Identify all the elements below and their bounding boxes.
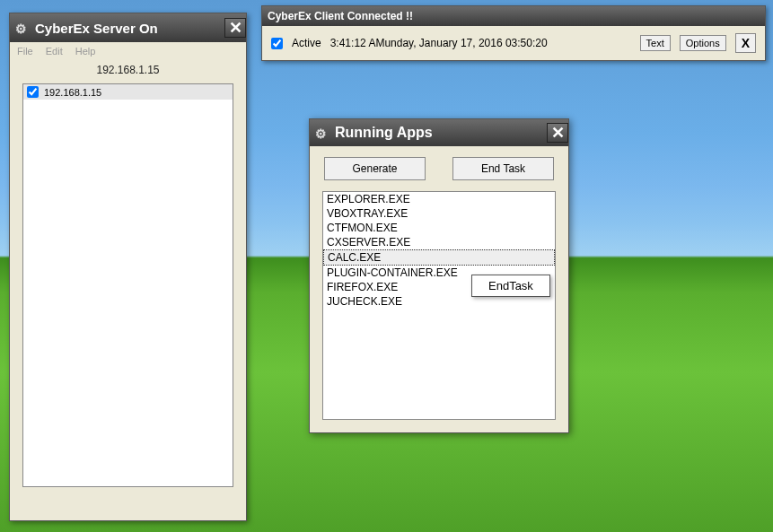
client-close-button[interactable]: X	[735, 33, 756, 53]
options-button[interactable]: Options	[680, 35, 726, 51]
server-title: CyberEx Server On	[35, 21, 158, 36]
client-time: 3:41:12 AMunday, January 17, 2016 03:50:…	[330, 37, 548, 49]
active-label: Active	[292, 37, 321, 49]
process-item[interactable]: EXPLORER.EXE	[323, 192, 555, 206]
process-item[interactable]: CTFMON.EXE	[323, 221, 555, 235]
client-title: CyberEx Client Connected !!	[268, 10, 413, 22]
client-listbox[interactable]: 192.168.1.15	[22, 83, 233, 487]
client-checkbox[interactable]	[27, 86, 39, 98]
apps-titlebar[interactable]: Running Apps ✕	[310, 119, 568, 146]
active-checkbox[interactable]	[271, 38, 283, 49]
client-row[interactable]: 192.168.1.15	[23, 84, 233, 100]
close-icon[interactable]: ✕	[224, 18, 246, 38]
app-icon	[315, 126, 329, 140]
client-titlebar[interactable]: CyberEx Client Connected !!	[262, 6, 765, 26]
server-window: CyberEx Server On ✕ File Edit Help 192.1…	[9, 13, 247, 521]
menu-help[interactable]: Help	[75, 46, 96, 57]
endtask-button[interactable]: End Task	[452, 157, 554, 180]
menu-file[interactable]: File	[17, 46, 33, 57]
app-icon	[15, 21, 30, 35]
server-menu: File Edit Help	[10, 42, 246, 60]
server-titlebar[interactable]: CyberEx Server On ✕	[10, 13, 246, 42]
client-status-row: Active 3:41:12 AMunday, January 17, 2016…	[262, 26, 765, 60]
apps-toolbar: Generate End Task	[310, 146, 568, 188]
client-window: CyberEx Client Connected !! Active 3:41:…	[261, 5, 766, 61]
text-button[interactable]: Text	[640, 35, 671, 51]
process-item[interactable]: CALC.EXE	[323, 249, 555, 266]
close-icon[interactable]: ✕	[547, 123, 568, 143]
process-listbox[interactable]: EXPLORER.EXEVBOXTRAY.EXECTFMON.EXECXSERV…	[322, 191, 556, 420]
process-item[interactable]: CXSERVER.EXE	[323, 235, 555, 249]
process-item[interactable]: VBOXTRAY.EXE	[323, 206, 555, 221]
context-menu-endtask[interactable]: EndTask	[471, 275, 550, 297]
ip-display: 192.168.1.15	[10, 60, 246, 83]
menu-edit[interactable]: Edit	[46, 46, 63, 57]
client-ip: 192.168.1.15	[44, 87, 101, 98]
apps-title: Running Apps	[335, 125, 433, 141]
generate-button[interactable]: Generate	[324, 157, 426, 180]
